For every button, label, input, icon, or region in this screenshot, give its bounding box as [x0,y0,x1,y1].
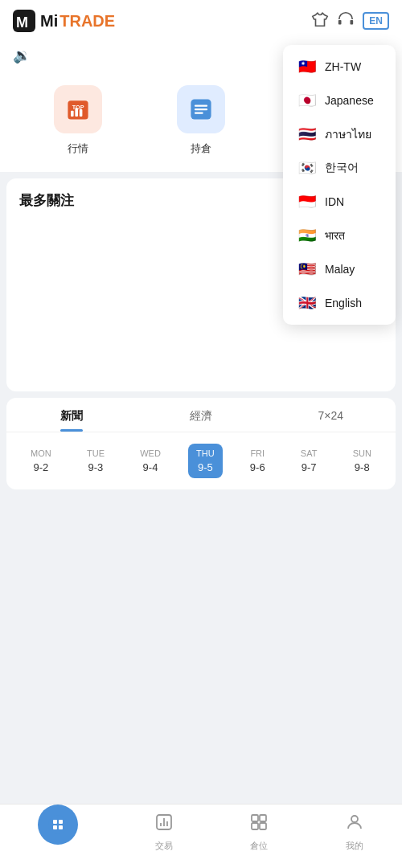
volume-icon[interactable]: 🔉 [13,47,31,63]
svg-rect-19 [53,825,57,829]
svg-rect-7 [75,108,78,117]
lang-option-malay[interactable]: 🇲🇾 Malay [283,252,396,286]
app-logo[interactable]: M MiTRADE [13,10,115,32]
hold-nav-icon [249,813,269,837]
svg-text:TOP: TOP [72,104,84,111]
svg-rect-25 [260,823,266,829]
trade-icon [154,813,174,837]
flag-korean: 🇰🇷 [297,159,317,177]
svg-rect-18 [59,820,63,824]
svg-rect-24 [252,823,258,829]
hold-nav-label: 倉位 [250,840,268,852]
header-actions: EN [311,10,389,32]
lang-option-zh-tw[interactable]: 🇹🇼 ZH-TW [283,50,396,84]
logo-trade-text: TRADE [59,12,115,31]
tab-news[interactable]: 新聞 [6,398,136,432]
tab-247[interactable]: 7×24 [266,398,396,432]
date-tue-num: 9-3 [88,461,104,473]
svg-rect-17 [53,820,57,824]
nav-item-hold[interactable]: 持倉 [177,85,225,156]
lang-label-zh-tw: ZH-TW [325,60,361,73]
date-sat-num: 9-7 [302,461,317,473]
market-icon-wrap: TOP [54,85,102,133]
header: M MiTRADE EN [0,0,402,42]
language-button[interactable]: EN [363,12,389,30]
date-wed[interactable]: WED 9-4 [132,444,169,478]
date-mon-num: 9-2 [34,461,49,473]
date-tue[interactable]: TUE 9-3 [79,444,113,478]
mine-label: 我的 [346,840,363,852]
news-tabs: 新聞 經濟 7×24 [6,398,396,432]
bottom-nav-hold[interactable]: 倉位 [249,813,269,852]
date-sun-num: 9-8 [355,461,370,473]
svg-rect-23 [260,815,266,821]
news-card: 新聞 經濟 7×24 MON 9-2 TUE 9-3 WED 9-4 THU 9… [6,398,396,489]
mine-icon [345,813,364,837]
date-wed-day: WED [140,448,161,458]
flag-hindi: 🇮🇳 [297,227,317,244]
hold-icon [187,95,215,124]
flag-malay: 🇲🇾 [297,260,317,278]
svg-rect-8 [79,109,82,117]
date-mon-day: MON [31,448,51,458]
trade-label: 交易 [155,840,173,852]
bottom-nav-trade[interactable]: 交易 [154,813,174,852]
flag-thai: 🇹🇭 [297,125,317,143]
date-fri[interactable]: FRI 9-6 [242,444,273,478]
flag-idn: 🇮🇩 [297,193,317,211]
lang-option-idn[interactable]: 🇮🇩 IDN [283,185,396,219]
date-mon[interactable]: MON 9-2 [23,444,59,478]
svg-rect-6 [71,111,74,117]
lang-option-english[interactable]: 🇬🇧 English [283,286,396,320]
bottom-nav-mine[interactable]: 我的 [345,813,364,852]
svg-point-16 [48,815,68,834]
lang-label-hindi: भारत [325,229,345,243]
svg-rect-11 [195,108,207,110]
svg-rect-20 [59,825,63,829]
lang-label-thai: ภาษาไทย [325,125,371,143]
bottom-nav-home[interactable] [38,821,78,845]
date-row: MON 9-2 TUE 9-3 WED 9-4 THU 9-5 FRI 9-6 … [6,432,396,489]
date-sun-day: SUN [353,448,371,458]
home-button[interactable] [38,805,78,845]
market-label: 行情 [68,141,88,156]
lang-option-hindi[interactable]: 🇮🇳 भारत [283,219,396,252]
date-thu-day: THU [196,448,215,458]
lang-label-english: English [325,297,362,309]
svg-rect-22 [252,815,258,821]
flag-zh-tw: 🇹🇼 [297,58,317,76]
clothing-icon[interactable] [311,10,329,32]
market-icon: TOP [64,95,92,124]
svg-rect-10 [195,105,207,107]
nav-item-market[interactable]: TOP 行情 [54,85,102,156]
lang-label-korean: 한국어 [325,161,359,175]
date-sun[interactable]: SUN 9-8 [345,444,379,478]
flag-english: 🇬🇧 [297,294,317,312]
hold-label: 持倉 [191,141,211,156]
lang-option-japanese[interactable]: 🇯🇵 Japanese [283,84,396,117]
lang-option-thai[interactable]: 🇹🇭 ภาษาไทย [283,117,396,151]
tab-economy[interactable]: 經濟 [136,398,265,432]
date-sat-day: SAT [301,448,318,458]
headset-icon[interactable] [337,10,355,32]
date-tue-day: TUE [87,448,105,458]
date-wed-num: 9-4 [143,461,158,473]
date-fri-day: FRI [250,448,265,458]
date-thu[interactable]: THU 9-5 [188,444,223,478]
lang-label-malay: Malay [325,263,355,276]
svg-rect-3 [351,19,354,23]
lang-option-korean[interactable]: 🇰🇷 한국어 [283,151,396,185]
date-sat[interactable]: SAT 9-7 [293,444,326,478]
lang-label-idn: IDN [325,195,344,208]
home-icon [47,813,69,836]
hold-icon-wrap [177,85,225,133]
flag-japanese: 🇯🇵 [297,92,317,109]
date-fri-num: 9-6 [250,461,265,473]
bottom-nav: 交易 倉位 我的 [0,804,402,868]
logo-mi: Mi [40,12,58,31]
svg-point-26 [351,816,358,822]
svg-text:M: M [16,14,28,31]
date-thu-num: 9-5 [198,461,213,473]
svg-rect-2 [338,19,342,23]
logo-icon: M [13,10,35,32]
